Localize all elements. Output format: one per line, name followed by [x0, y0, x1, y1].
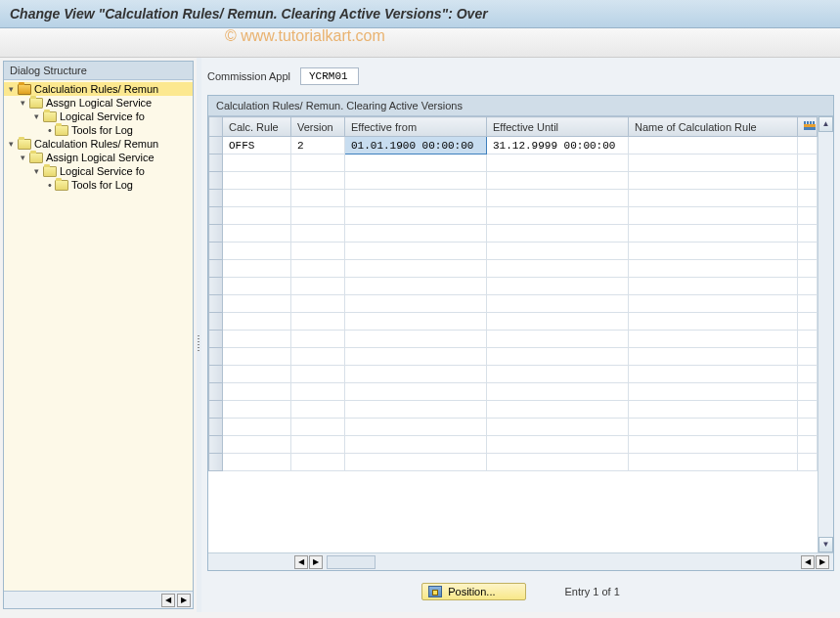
row-selector[interactable]	[209, 366, 223, 383]
tree-item-assign-2[interactable]: ▾ Assign Logical Service	[4, 151, 193, 164]
row-selector[interactable]	[209, 190, 223, 207]
tree-item-logical-2[interactable]: ▾ Logical Service fo	[4, 164, 193, 178]
tree-label: Assign Logical Service	[46, 152, 155, 163]
table-settings-button[interactable]	[798, 117, 818, 137]
row-selector[interactable]	[209, 383, 223, 401]
tree-label: Tools for Log	[71, 124, 133, 136]
table-row[interactable]	[209, 313, 818, 331]
tree: ▾ Calculation Rules/ Remun ▾ Assgn Logic…	[4, 80, 193, 591]
expand-icon[interactable]: ▾	[6, 84, 16, 94]
col-eff-until[interactable]: Effective Until	[487, 117, 629, 137]
tree-item-tools-2[interactable]: • Tools for Log	[4, 178, 193, 192]
hscroll-left-button-2[interactable]: ◀	[801, 555, 815, 569]
row-selector[interactable]	[209, 225, 223, 243]
tree-item-tools-1[interactable]: • Tools for Log	[4, 123, 193, 137]
footer-bar: Position... Entry 1 of 1	[207, 577, 834, 606]
vertical-scrollbar[interactable]: ▲ ▼	[818, 116, 833, 552]
row-selector[interactable]	[209, 278, 223, 295]
table-row[interactable]	[209, 366, 818, 383]
cell-name[interactable]	[629, 137, 798, 154]
table-row[interactable]	[209, 207, 818, 225]
row-selector[interactable]	[209, 419, 223, 436]
scroll-right-button[interactable]: ▶	[177, 594, 191, 607]
row-selector[interactable]	[209, 313, 223, 331]
scroll-up-button[interactable]: ▲	[818, 116, 833, 132]
expand-icon[interactable]: ▾	[6, 139, 16, 149]
row-selector[interactable]	[209, 401, 223, 419]
row-selector[interactable]	[209, 348, 223, 366]
expand-icon[interactable]: ▾	[18, 98, 27, 108]
select-all[interactable]	[209, 117, 223, 137]
table-row[interactable]: OFFS 2 01.01.1900 00:00:00 31.12.9999 00…	[209, 137, 818, 154]
expand-icon[interactable]: ▾	[31, 111, 41, 121]
tree-item-logical-1[interactable]: ▾ Logical Service fo	[4, 110, 193, 123]
row-selector[interactable]	[209, 331, 223, 348]
cell-calc-rule[interactable]: OFFS	[223, 137, 291, 154]
table-row[interactable]	[209, 243, 818, 260]
splitter[interactable]	[197, 58, 201, 612]
table-row[interactable]	[209, 436, 818, 454]
table-row[interactable]	[209, 454, 818, 471]
commission-value[interactable]: YCRM01	[300, 67, 359, 85]
tree-item-calc-rules-1[interactable]: ▾ Calculation Rules/ Remun	[4, 82, 193, 96]
row-selector[interactable]	[209, 207, 223, 225]
hscroll-right-button[interactable]: ▶	[309, 555, 323, 569]
folder-open-icon	[18, 84, 31, 95]
table-row[interactable]	[209, 295, 818, 313]
scroll-track[interactable]	[818, 132, 833, 537]
toolbar	[0, 28, 840, 58]
row-selector[interactable]	[209, 295, 223, 313]
content-area: Commission Appl YCRM01 Calculation Rules…	[201, 58, 840, 612]
col-calc-rule[interactable]: Calc. Rule	[223, 117, 291, 137]
cell-version[interactable]: 2	[291, 137, 345, 154]
expand-icon[interactable]: ▾	[31, 166, 41, 176]
tree-label: Logical Service fo	[60, 165, 145, 177]
sidebar-title: Dialog Structure	[4, 62, 193, 80]
table-row[interactable]	[209, 172, 818, 190]
row-selector[interactable]	[209, 154, 223, 172]
row-selector[interactable]	[209, 243, 223, 260]
table-row[interactable]	[209, 225, 818, 243]
col-version[interactable]: Version	[291, 117, 345, 137]
tree-item-calc-rules-2[interactable]: ▾ Calculation Rules/ Remun	[4, 137, 193, 151]
table-row[interactable]	[209, 278, 818, 295]
position-button[interactable]: Position...	[421, 583, 525, 600]
col-name[interactable]: Name of Calculation Rule	[629, 117, 798, 137]
scroll-left-button[interactable]: ◀	[161, 594, 175, 607]
row-selector[interactable]	[209, 436, 223, 454]
folder-icon	[43, 166, 57, 177]
data-table: Calc. Rule Version Effective from Effect…	[208, 116, 818, 471]
commission-label: Commission Appl	[207, 70, 290, 82]
row-selector[interactable]	[209, 137, 223, 154]
table-row[interactable]	[209, 190, 818, 207]
hscroll-left-button[interactable]: ◀	[294, 555, 308, 569]
tree-label: Calculation Rules/ Remun	[34, 83, 158, 95]
table-row[interactable]	[209, 154, 818, 172]
tree-label: Calculation Rules/ Remun	[34, 138, 158, 150]
folder-icon	[55, 180, 68, 191]
table-row[interactable]	[209, 348, 818, 366]
scroll-down-button[interactable]: ▼	[818, 537, 833, 552]
dialog-structure-panel: Dialog Structure ▾ Calculation Rules/ Re…	[3, 61, 194, 609]
row-selector[interactable]	[209, 172, 223, 190]
table-row[interactable]	[209, 401, 818, 419]
table-row[interactable]	[209, 419, 818, 436]
tree-item-assgn-1[interactable]: ▾ Assgn Logical Service	[4, 96, 193, 110]
bullet-icon: •	[45, 179, 55, 191]
cell-eff-until[interactable]: 31.12.9999 00:00:00	[487, 137, 629, 154]
table-title: Calculation Rules/ Remun. Clearing Activ…	[208, 96, 833, 116]
col-eff-from[interactable]: Effective from	[345, 117, 487, 137]
folder-icon	[18, 139, 31, 150]
commission-field-row: Commission Appl YCRM01	[207, 64, 834, 89]
hscroll-right-button-2[interactable]: ▶	[816, 555, 829, 569]
cell-eff-from[interactable]: 01.01.1900 00:00:00	[345, 137, 487, 154]
row-selector[interactable]	[209, 454, 223, 471]
row-selector[interactable]	[209, 260, 223, 278]
table-row[interactable]	[209, 383, 818, 401]
folder-icon	[43, 111, 57, 122]
hscroll-track-left[interactable]	[327, 555, 376, 569]
table-row[interactable]	[209, 331, 818, 348]
expand-icon[interactable]: ▾	[18, 153, 27, 162]
bullet-icon: •	[45, 124, 55, 136]
table-row[interactable]	[209, 260, 818, 278]
